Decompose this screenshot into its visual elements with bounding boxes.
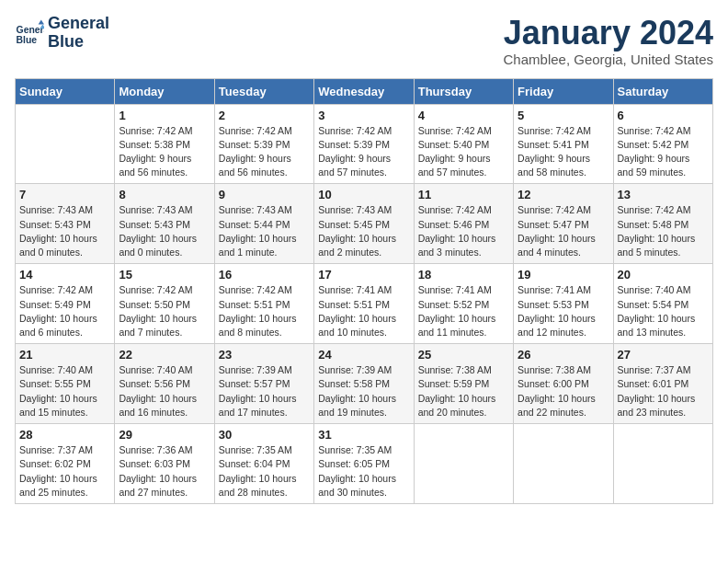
day-cell: 10Sunrise: 7:43 AMSunset: 5:45 PMDayligh… <box>314 184 414 264</box>
day-cell: 12Sunrise: 7:42 AMSunset: 5:47 PMDayligh… <box>514 184 613 264</box>
day-number: 7 <box>19 188 110 201</box>
day-number: 10 <box>318 188 409 201</box>
day-info: Sunrise: 7:37 AMSunset: 6:02 PMDaylight:… <box>19 443 110 500</box>
day-cell: 14Sunrise: 7:42 AMSunset: 5:49 PMDayligh… <box>16 264 115 344</box>
day-cell: 22Sunrise: 7:40 AMSunset: 5:56 PMDayligh… <box>115 344 214 424</box>
day-cell: 3Sunrise: 7:42 AMSunset: 5:39 PMDaylight… <box>314 104 414 184</box>
logo-icon: General Blue <box>15 18 44 48</box>
day-cell: 20Sunrise: 7:40 AMSunset: 5:54 PMDayligh… <box>613 264 712 344</box>
day-number: 15 <box>119 268 210 282</box>
week-row-3: 14Sunrise: 7:42 AMSunset: 5:49 PMDayligh… <box>16 264 713 344</box>
day-number: 29 <box>119 428 210 442</box>
day-info: Sunrise: 7:35 AMSunset: 6:04 PMDaylight:… <box>219 443 310 500</box>
page-header: General Blue General Blue January 2024 C… <box>15 15 713 67</box>
day-cell <box>414 424 513 504</box>
logo-text-blue: Blue <box>48 33 109 52</box>
day-info: Sunrise: 7:38 AMSunset: 5:59 PMDaylight:… <box>418 363 509 419</box>
day-info: Sunrise: 7:43 AMSunset: 5:44 PMDaylight:… <box>219 203 310 259</box>
day-cell: 25Sunrise: 7:38 AMSunset: 5:59 PMDayligh… <box>414 344 513 424</box>
day-cell: 15Sunrise: 7:42 AMSunset: 5:50 PMDayligh… <box>115 264 214 344</box>
day-cell: 1Sunrise: 7:42 AMSunset: 5:38 PMDaylight… <box>115 104 214 184</box>
day-cell: 27Sunrise: 7:37 AMSunset: 6:01 PMDayligh… <box>613 344 712 424</box>
day-number: 5 <box>518 109 609 122</box>
column-header-thursday: Thursday <box>414 78 513 104</box>
day-info: Sunrise: 7:42 AMSunset: 5:38 PMDaylight:… <box>119 124 210 180</box>
day-info: Sunrise: 7:41 AMSunset: 5:52 PMDaylight:… <box>418 283 509 339</box>
day-info: Sunrise: 7:42 AMSunset: 5:41 PMDaylight:… <box>518 124 609 180</box>
day-number: 27 <box>618 348 709 362</box>
day-cell: 28Sunrise: 7:37 AMSunset: 6:02 PMDayligh… <box>16 424 115 504</box>
day-info: Sunrise: 7:41 AMSunset: 5:51 PMDaylight:… <box>318 283 409 339</box>
day-info: Sunrise: 7:39 AMSunset: 5:57 PMDaylight:… <box>219 363 310 419</box>
day-number: 30 <box>219 428 310 442</box>
day-info: Sunrise: 7:39 AMSunset: 5:58 PMDaylight:… <box>318 363 409 419</box>
day-cell: 6Sunrise: 7:42 AMSunset: 5:42 PMDaylight… <box>613 104 712 184</box>
day-cell <box>514 424 613 504</box>
week-row-5: 28Sunrise: 7:37 AMSunset: 6:02 PMDayligh… <box>16 424 713 504</box>
day-number: 18 <box>418 268 509 282</box>
day-number: 17 <box>318 268 409 282</box>
column-header-saturday: Saturday <box>613 78 712 104</box>
day-info: Sunrise: 7:36 AMSunset: 6:03 PMDaylight:… <box>119 443 210 500</box>
day-cell: 11Sunrise: 7:42 AMSunset: 5:46 PMDayligh… <box>414 184 513 264</box>
header-row: SundayMondayTuesdayWednesdayThursdayFrid… <box>16 78 713 104</box>
day-info: Sunrise: 7:42 AMSunset: 5:40 PMDaylight:… <box>418 124 509 180</box>
week-row-4: 21Sunrise: 7:40 AMSunset: 5:55 PMDayligh… <box>16 344 713 424</box>
day-cell: 7Sunrise: 7:43 AMSunset: 5:43 PMDaylight… <box>16 184 115 264</box>
logo: General Blue General Blue <box>15 15 109 52</box>
day-number: 1 <box>119 109 210 122</box>
svg-text:Blue: Blue <box>17 35 38 45</box>
day-cell: 4Sunrise: 7:42 AMSunset: 5:40 PMDaylight… <box>414 104 513 184</box>
day-number: 25 <box>418 348 509 362</box>
column-header-monday: Monday <box>115 78 214 104</box>
day-info: Sunrise: 7:37 AMSunset: 6:01 PMDaylight:… <box>618 363 709 419</box>
day-cell: 21Sunrise: 7:40 AMSunset: 5:55 PMDayligh… <box>16 344 115 424</box>
month-title: January 2024 <box>504 15 713 52</box>
day-cell: 16Sunrise: 7:42 AMSunset: 5:51 PMDayligh… <box>214 264 313 344</box>
day-info: Sunrise: 7:42 AMSunset: 5:46 PMDaylight:… <box>418 203 509 259</box>
day-info: Sunrise: 7:40 AMSunset: 5:56 PMDaylight:… <box>119 363 210 419</box>
column-header-wednesday: Wednesday <box>314 78 414 104</box>
day-cell: 17Sunrise: 7:41 AMSunset: 5:51 PMDayligh… <box>314 264 414 344</box>
day-number: 3 <box>318 109 409 122</box>
day-number: 28 <box>19 428 110 442</box>
day-info: Sunrise: 7:42 AMSunset: 5:51 PMDaylight:… <box>219 283 310 339</box>
day-info: Sunrise: 7:42 AMSunset: 5:48 PMDaylight:… <box>618 203 709 259</box>
day-number: 11 <box>418 188 509 201</box>
day-cell: 24Sunrise: 7:39 AMSunset: 5:58 PMDayligh… <box>314 344 414 424</box>
day-cell: 13Sunrise: 7:42 AMSunset: 5:48 PMDayligh… <box>613 184 712 264</box>
day-info: Sunrise: 7:42 AMSunset: 5:39 PMDaylight:… <box>318 124 409 180</box>
column-header-tuesday: Tuesday <box>214 78 313 104</box>
day-cell: 5Sunrise: 7:42 AMSunset: 5:41 PMDaylight… <box>514 104 613 184</box>
svg-marker-2 <box>39 19 44 24</box>
day-number: 19 <box>518 268 609 282</box>
day-cell: 8Sunrise: 7:43 AMSunset: 5:43 PMDaylight… <box>115 184 214 264</box>
day-info: Sunrise: 7:43 AMSunset: 5:43 PMDaylight:… <box>119 203 210 259</box>
title-block: January 2024 Chamblee, Georgia, United S… <box>504 15 713 67</box>
day-number: 23 <box>219 348 310 362</box>
day-info: Sunrise: 7:40 AMSunset: 5:54 PMDaylight:… <box>618 283 709 339</box>
day-info: Sunrise: 7:42 AMSunset: 5:39 PMDaylight:… <box>219 124 310 180</box>
day-cell: 30Sunrise: 7:35 AMSunset: 6:04 PMDayligh… <box>214 424 313 504</box>
week-row-2: 7Sunrise: 7:43 AMSunset: 5:43 PMDaylight… <box>16 184 713 264</box>
day-info: Sunrise: 7:42 AMSunset: 5:49 PMDaylight:… <box>19 283 110 339</box>
day-info: Sunrise: 7:40 AMSunset: 5:55 PMDaylight:… <box>19 363 110 419</box>
day-number: 26 <box>518 348 609 362</box>
day-cell: 31Sunrise: 7:35 AMSunset: 6:05 PMDayligh… <box>314 424 414 504</box>
day-number: 8 <box>119 188 210 201</box>
column-header-friday: Friday <box>514 78 613 104</box>
day-number: 6 <box>618 109 709 122</box>
day-number: 2 <box>219 109 310 122</box>
day-info: Sunrise: 7:42 AMSunset: 5:42 PMDaylight:… <box>618 124 709 180</box>
day-number: 12 <box>518 188 609 201</box>
day-cell: 19Sunrise: 7:41 AMSunset: 5:53 PMDayligh… <box>514 264 613 344</box>
day-cell <box>613 424 712 504</box>
day-cell <box>16 104 115 184</box>
day-number: 22 <box>119 348 210 362</box>
calendar-table: SundayMondayTuesdayWednesdayThursdayFrid… <box>15 78 713 504</box>
day-number: 16 <box>219 268 310 282</box>
day-info: Sunrise: 7:41 AMSunset: 5:53 PMDaylight:… <box>518 283 609 339</box>
day-cell: 2Sunrise: 7:42 AMSunset: 5:39 PMDaylight… <box>214 104 313 184</box>
logo-text-general: General <box>48 15 109 33</box>
day-number: 24 <box>318 348 409 362</box>
